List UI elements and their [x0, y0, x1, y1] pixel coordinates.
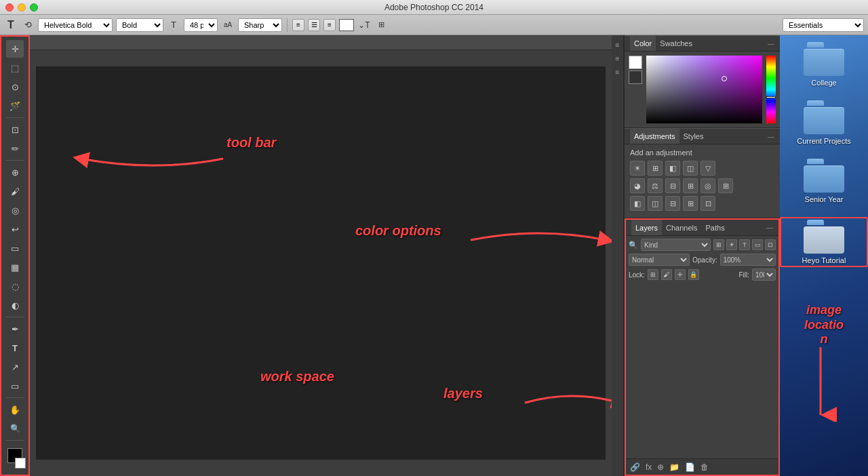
eraser-tool[interactable]: ▭	[6, 239, 24, 257]
text-tool-icon[interactable]: T	[4, 18, 18, 32]
selectivecolor-adj-icon[interactable]: ⊡	[701, 196, 715, 211]
invert-adj-icon[interactable]: ◧	[630, 196, 645, 211]
layers-panel-collapse[interactable]: —	[766, 224, 773, 231]
align-center-button[interactable]: ☰	[308, 19, 320, 31]
desktop-item-current-projects[interactable]: Current Projects	[780, 100, 868, 145]
fill-select[interactable]: 100%	[752, 269, 776, 281]
move-tool[interactable]: ✛	[6, 40, 24, 58]
new-group-icon[interactable]: 📁	[669, 462, 679, 472]
character-palette-icon[interactable]: ⊞	[374, 18, 388, 32]
vibrance-adj-icon[interactable]: ▽	[701, 161, 715, 176]
history-brush-tool[interactable]: ↩	[6, 220, 24, 238]
exposure-adj-icon[interactable]: ◫	[683, 161, 698, 176]
marquee-tool[interactable]: ⬚	[6, 59, 24, 77]
hsl-adj-icon[interactable]: ◕	[630, 178, 645, 193]
filter-pixel-icon[interactable]: ⊞	[713, 239, 724, 250]
threshold-adj-icon[interactable]: ⊟	[665, 196, 680, 211]
dodge-tool[interactable]: ◐	[6, 296, 24, 314]
fx-icon[interactable]: fx	[646, 462, 652, 472]
shape-tool[interactable]: ▭	[6, 377, 24, 395]
lock-pixels-icon[interactable]: 🖌	[661, 269, 672, 280]
background-color[interactable]	[15, 458, 26, 469]
add-adjustment-label: Add an adjustment	[630, 148, 774, 157]
tool-separator-2	[5, 160, 24, 161]
zoom-tool[interactable]: 🔍	[6, 420, 24, 437]
workspace-select[interactable]: Essentials	[783, 18, 864, 32]
adj-icons-row-2: ◕ ⚖ ⊟ ⊞ ◎ ⊞	[630, 178, 774, 193]
styles-tab[interactable]: Styles	[679, 129, 708, 144]
levels-adj-icon[interactable]: ⊞	[648, 161, 663, 176]
align-left-button[interactable]: ≡	[292, 19, 304, 31]
adjustments-panel-collapse[interactable]: —	[768, 133, 774, 140]
crop-tool[interactable]: ⊡	[6, 121, 24, 138]
filter-smart-icon[interactable]: ⊡	[765, 239, 776, 250]
foreground-color-square[interactable]	[629, 56, 642, 69]
blackwhite-adj-icon[interactable]: ⊟	[665, 178, 680, 193]
brush-tool[interactable]: 🖌	[6, 182, 24, 200]
gradient-tool[interactable]: ▦	[6, 258, 24, 276]
healing-tool[interactable]: ⊕	[6, 163, 24, 181]
opacity-select[interactable]: 100%	[720, 254, 776, 266]
colorbalance-adj-icon[interactable]: ⚖	[648, 178, 663, 193]
channelmix-adj-icon[interactable]: ◎	[701, 178, 715, 193]
font-size-select[interactable]: 48 pt	[184, 18, 218, 32]
font-family-select[interactable]: Helvetica Bold	[38, 18, 113, 32]
anti-alias-select[interactable]: Sharp	[238, 18, 282, 32]
desktop-item-college[interactable]: College	[780, 42, 868, 87]
brightness-adj-icon[interactable]: ☀	[630, 161, 645, 176]
close-button[interactable]	[5, 3, 14, 12]
delete-layer-icon[interactable]: 🗑	[701, 462, 709, 472]
lock-transparent-icon[interactable]: ⊞	[648, 269, 658, 280]
paths-tab[interactable]: Paths	[702, 220, 729, 235]
new-adjustment-icon[interactable]: ⊕	[657, 462, 664, 472]
posterize-adj-icon[interactable]: ◫	[648, 196, 663, 211]
text-orient-icon[interactable]: ⟲	[21, 18, 35, 32]
maximize-button[interactable]	[30, 3, 38, 12]
hand-tool[interactable]: ✋	[6, 401, 24, 418]
canvas[interactable]	[36, 66, 606, 460]
color-tab[interactable]: Color	[630, 36, 656, 51]
photo-adj-icon[interactable]: ⊞	[683, 178, 698, 193]
lock-all-icon[interactable]: 🔒	[688, 269, 699, 280]
link-layers-icon[interactable]: 🔗	[630, 462, 640, 472]
blur-tool[interactable]: ◌	[6, 277, 24, 295]
font-style-select[interactable]: Bold	[116, 18, 163, 32]
filter-shape-icon[interactable]: ▭	[752, 239, 763, 250]
hue-strip[interactable]	[766, 56, 776, 123]
clone-tool[interactable]: ◎	[6, 201, 24, 219]
window-controls[interactable]	[5, 3, 38, 12]
curves-adj-icon[interactable]: ◧	[665, 161, 680, 176]
adjustments-tab[interactable]: Adjustments	[630, 129, 679, 144]
panel-collapse-2[interactable]: ≡	[612, 53, 623, 64]
filter-adj-icon[interactable]: ☀	[726, 239, 737, 250]
align-right-button[interactable]: ≡	[323, 19, 336, 31]
desktop-item-heyo-tutorial[interactable]: Heyo Tutorial	[780, 217, 868, 267]
desktop-item-senior-year[interactable]: Senior Year	[780, 159, 868, 203]
swatches-tab[interactable]: Swatches	[656, 36, 696, 51]
panel-collapse-1[interactable]: ≡	[612, 39, 623, 50]
panel-collapse-3[interactable]: ≡	[612, 66, 623, 77]
lock-position-icon[interactable]: ✛	[675, 269, 686, 280]
layers-search-row: 🔍 Kind ⊞ ☀ T ▭ ⊡	[629, 239, 776, 251]
colrlookup-adj-icon[interactable]: ⊞	[718, 178, 733, 193]
layers-blend-mode-select[interactable]: Normal	[629, 254, 690, 266]
pen-tool[interactable]: ✒	[6, 320, 24, 338]
channels-tab[interactable]: Channels	[662, 220, 701, 235]
text-tool[interactable]: T	[6, 339, 24, 357]
new-layer-icon[interactable]: 📄	[685, 462, 695, 472]
minimize-button[interactable]	[18, 3, 26, 12]
magic-wand-tool[interactable]: 🪄	[6, 97, 24, 115]
background-color-square[interactable]	[629, 71, 642, 84]
layers-footer: 🔗 fx ⊕ 📁 📄 🗑	[626, 458, 778, 475]
gradient-adj-icon[interactable]: ⊞	[683, 196, 698, 211]
eyedropper-tool[interactable]: ✏	[6, 140, 24, 157]
color-panel-collapse[interactable]: —	[768, 40, 774, 47]
layers-tab[interactable]: Layers	[631, 220, 662, 235]
gradient-color-picker[interactable]	[646, 56, 762, 123]
lasso-tool[interactable]: ⊙	[6, 78, 24, 96]
layers-kind-select[interactable]: Kind	[641, 239, 711, 251]
warp-text-icon[interactable]: ⌄T	[357, 18, 371, 32]
filter-type-icon[interactable]: T	[739, 239, 750, 250]
path-selection-tool[interactable]: ↗	[6, 358, 24, 376]
text-color-swatch[interactable]	[339, 19, 354, 31]
